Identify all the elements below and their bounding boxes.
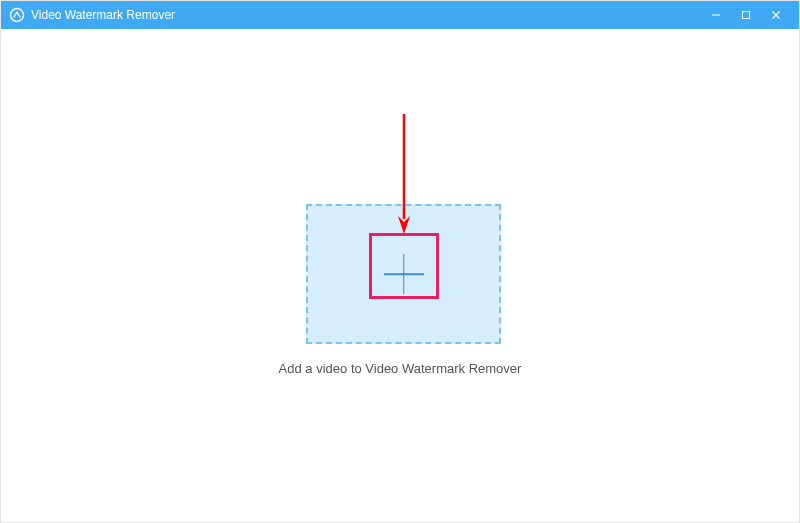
app-logo-icon [9,7,25,23]
app-title: Video Watermark Remover [31,8,175,22]
plus-icon [384,254,424,294]
hint-text: Add a video to Video Watermark Remover [1,361,799,376]
svg-point-0 [11,9,24,22]
maximize-button[interactable] [731,1,761,29]
add-video-dropzone[interactable] [306,204,501,344]
minimize-button[interactable] [701,1,731,29]
content-area: Add a video to Video Watermark Remover [1,29,799,522]
close-button[interactable] [761,1,791,29]
titlebar: Video Watermark Remover [1,1,799,29]
titlebar-left: Video Watermark Remover [9,7,701,23]
window-controls [701,1,791,29]
app-window: Video Watermark Remover [0,0,800,523]
svg-rect-2 [743,12,750,19]
